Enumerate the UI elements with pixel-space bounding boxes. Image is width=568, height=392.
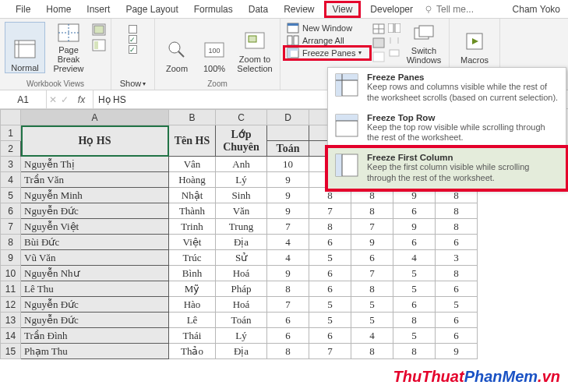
- cell-H13[interactable]: 6: [436, 313, 478, 328]
- cell-C11[interactable]: Pháp: [216, 281, 267, 297]
- cell-G15[interactable]: 8: [393, 344, 436, 359]
- cell-F13[interactable]: 5: [351, 313, 393, 328]
- cell-F15[interactable]: 8: [351, 344, 393, 359]
- cell-F14[interactable]: 4: [351, 328, 393, 344]
- split-button[interactable]: [372, 23, 385, 34]
- row-header-3[interactable]: 3: [1, 157, 21, 172]
- unhide-button[interactable]: [372, 51, 385, 62]
- cell-G13[interactable]: 8: [393, 313, 436, 328]
- cell-H7[interactable]: 8: [436, 219, 478, 235]
- cell-A3[interactable]: Nguyễn Thị: [21, 157, 169, 172]
- cell-A12[interactable]: Nguyễn Đức: [21, 297, 169, 313]
- freeze-panes-option[interactable]: Freeze PanesKeep rows and columns visibl…: [328, 68, 566, 108]
- cell-C8[interactable]: Địa: [216, 235, 267, 250]
- custom-views-button[interactable]: [92, 39, 106, 51]
- sync-scrolling-button[interactable]: [388, 36, 400, 45]
- cell-C12[interactable]: Hoá: [216, 297, 267, 313]
- row-header-10[interactable]: 10: [1, 266, 21, 281]
- row-header-4[interactable]: 4: [1, 172, 21, 188]
- row-header-13[interactable]: 13: [1, 313, 21, 328]
- tab-developer[interactable]: Developer: [362, 2, 421, 16]
- normal-view-button[interactable]: Normal: [5, 22, 45, 73]
- cell-H10[interactable]: 8: [436, 266, 478, 281]
- col-header-D[interactable]: D: [267, 110, 309, 125]
- cell-A4[interactable]: Trần Văn: [21, 172, 169, 188]
- cell-B1[interactable]: Tên HS: [169, 125, 216, 157]
- switch-windows-button[interactable]: Switch Windows▾: [404, 22, 444, 73]
- name-box[interactable]: A1: [0, 90, 47, 108]
- cell-F12[interactable]: 5: [351, 297, 393, 313]
- cell-E14[interactable]: 6: [309, 328, 351, 344]
- cell-A5[interactable]: Nguyễn Minh: [21, 188, 169, 203]
- tab-page-layout[interactable]: Page Layout: [118, 2, 185, 16]
- zoom-to-selection-button[interactable]: Zoom to Selection: [235, 22, 275, 73]
- cell-E8[interactable]: 6: [309, 235, 351, 250]
- ruler-checkbox[interactable]: [129, 25, 137, 34]
- cell-E6[interactable]: 7: [309, 203, 351, 219]
- col-header-C[interactable]: C: [216, 110, 267, 125]
- fx-button[interactable]: fx: [72, 94, 91, 105]
- cell-F11[interactable]: 8: [351, 281, 393, 297]
- cell-B11[interactable]: Mỹ: [169, 281, 216, 297]
- cell-C1[interactable]: Lớp Chuyên: [216, 125, 267, 157]
- cell-D8[interactable]: 4: [267, 235, 309, 250]
- cell-G9[interactable]: 4: [393, 250, 436, 266]
- user-name[interactable]: Cham Yoko: [513, 4, 560, 15]
- cell-D14[interactable]: 6: [267, 328, 309, 344]
- cell-G6[interactable]: 6: [393, 203, 436, 219]
- cell-D3[interactable]: 10: [267, 157, 309, 172]
- row-header-14[interactable]: 14: [1, 328, 21, 344]
- row-header-1[interactable]: 1: [1, 125, 21, 141]
- tab-file[interactable]: File: [8, 2, 38, 16]
- page-layout-button[interactable]: [92, 23, 106, 36]
- cell-A15[interactable]: Phạm Thu: [21, 344, 169, 359]
- cell-E9[interactable]: 5: [309, 250, 351, 266]
- cell-C3[interactable]: Anh: [216, 157, 267, 172]
- cell-C6[interactable]: Văn: [216, 203, 267, 219]
- cell-B6[interactable]: Thành: [169, 203, 216, 219]
- cell-E13[interactable]: 5: [309, 313, 351, 328]
- cell-B4[interactable]: Hoàng: [169, 172, 216, 188]
- row-header-15[interactable]: 15: [1, 344, 21, 359]
- zoom-100-button[interactable]: 100 100%: [197, 22, 231, 73]
- cell-H14[interactable]: 6: [436, 328, 478, 344]
- cell-F10[interactable]: 7: [351, 266, 393, 281]
- cell-C4[interactable]: Lý: [216, 172, 267, 188]
- cell-E12[interactable]: 5: [309, 297, 351, 313]
- tab-home[interactable]: Home: [38, 2, 79, 16]
- freeze-top-row-option[interactable]: Freeze Top RowKeep the top row visible w…: [328, 108, 566, 149]
- col-header-A[interactable]: A: [21, 110, 169, 125]
- cell-B13[interactable]: Lê: [169, 313, 216, 328]
- cell-B14[interactable]: Thái: [169, 328, 216, 344]
- cell-H11[interactable]: 6: [436, 281, 478, 297]
- macros-button[interactable]: Macros▾: [454, 22, 495, 73]
- cell-G11[interactable]: 5: [393, 281, 436, 297]
- cell-D9[interactable]: 4: [267, 250, 309, 266]
- cell-E11[interactable]: 6: [309, 281, 351, 297]
- cell-A8[interactable]: Bùi Đức: [21, 235, 169, 250]
- cell-G8[interactable]: 6: [393, 235, 436, 250]
- cell-C15[interactable]: Địa: [216, 344, 267, 359]
- col-header-B[interactable]: B: [169, 110, 216, 125]
- gridlines-checkbox[interactable]: [129, 35, 137, 44]
- cell-H12[interactable]: 5: [436, 297, 478, 313]
- cell-E10[interactable]: 6: [309, 266, 351, 281]
- row-header-9[interactable]: 9: [1, 250, 21, 266]
- cell-A13[interactable]: Nguyễn Đức: [21, 313, 169, 328]
- select-all[interactable]: [1, 110, 21, 125]
- cell-D11[interactable]: 8: [267, 281, 309, 297]
- cell-H9[interactable]: 3: [436, 250, 478, 266]
- cell-F9[interactable]: 6: [351, 250, 393, 266]
- row-header-12[interactable]: 12: [1, 297, 21, 313]
- cell-B9[interactable]: Trúc: [169, 250, 216, 266]
- hide-button[interactable]: [372, 37, 385, 48]
- cell-H8[interactable]: 6: [436, 235, 478, 250]
- cell-C14[interactable]: Lý: [216, 328, 267, 344]
- cell-D15[interactable]: 8: [267, 344, 309, 359]
- row-header-5[interactable]: 5: [1, 188, 21, 203]
- row-header-2[interactable]: 2: [1, 141, 21, 157]
- cell-G10[interactable]: 5: [393, 266, 436, 281]
- freeze-first-column-option[interactable]: Freeze First ColumnKeep the first column…: [325, 145, 568, 192]
- freeze-panes-button[interactable]: Freeze Panes ▾: [283, 45, 372, 61]
- cell-A7[interactable]: Nguyễn Việt: [21, 219, 169, 235]
